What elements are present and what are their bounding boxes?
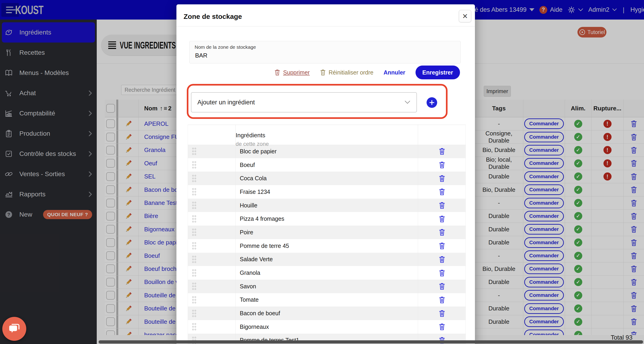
- zone-ingredient-row: Tomate: [188, 293, 466, 307]
- zone-table-body: Bloc de papier: [188, 145, 466, 344]
- zone-ingredient-name: Houille: [236, 202, 257, 209]
- zone-ingredient-row: Boeuf: [188, 158, 466, 172]
- zone-ingredient-row: Fraise 1234: [188, 185, 466, 199]
- zone-ingredient-row: Savon: [188, 280, 466, 293]
- modal-divider: [176, 26, 475, 26]
- zone-ingredient-row: Poire: [188, 226, 466, 239]
- zone-ingredient-name: Pizza 4 fromages: [236, 215, 284, 222]
- modal-close-button[interactable]: ✕: [459, 10, 471, 22]
- delete-zone-button[interactable]: Supprimer: [274, 69, 310, 76]
- drag-handle[interactable]: [188, 307, 236, 320]
- remove-ingredient-button[interactable]: [438, 255, 446, 263]
- remove-ingredient-button[interactable]: [438, 323, 446, 331]
- chat-widget-button[interactable]: [2, 317, 26, 341]
- zone-ingredient-name: Boeuf: [236, 162, 255, 168]
- drag-handle[interactable]: [188, 253, 236, 266]
- zone-ingredient-name: Savon: [236, 283, 256, 290]
- zone-name-field[interactable]: Nom de la zone de stockage: [189, 41, 461, 63]
- chevron-down-icon: [404, 101, 410, 104]
- zone-ingredient-row: Bigorneaux: [188, 320, 466, 334]
- zone-ingredient-row: Pomme de terre 45: [188, 239, 466, 253]
- reset-order-button[interactable]: Réinitialiser ordre: [320, 69, 374, 76]
- zone-ingredient-name: Fraise 1234: [236, 188, 270, 195]
- remove-ingredient-button[interactable]: [438, 147, 446, 155]
- zone-ingredient-row: Granola: [188, 266, 466, 280]
- modal-actions: Supprimer Réinitialiser ordre Annuler En…: [274, 66, 460, 79]
- zone-ingredient-name: Salade Verte: [236, 256, 273, 263]
- remove-ingredient-button[interactable]: [438, 188, 446, 196]
- drag-handle[interactable]: [188, 320, 236, 334]
- save-button[interactable]: Enregistrer: [416, 66, 460, 79]
- zone-ingredient-name: Coca Cola: [236, 175, 267, 182]
- drag-handle[interactable]: [188, 172, 236, 185]
- zone-ingredient-name: Pomme de terre 45: [236, 243, 289, 249]
- storage-zone-modal: Zone de stockage ✕ Nom de la zone de sto…: [176, 4, 475, 344]
- remove-ingredient-button[interactable]: [438, 215, 446, 223]
- trash-icon: [320, 69, 326, 76]
- delete-zone-label: Supprimer: [283, 69, 310, 76]
- drag-handle[interactable]: [188, 226, 236, 239]
- remove-ingredient-button[interactable]: [438, 282, 446, 290]
- drag-handle[interactable]: [188, 293, 236, 307]
- drag-handle[interactable]: [188, 158, 236, 172]
- add-ingredient-plus-button[interactable]: [426, 97, 437, 108]
- close-icon: ✕: [462, 12, 468, 20]
- app-page: KOUST L'été des Abers 13499 ? Aide Admin…: [0, 0, 644, 344]
- drag-handle[interactable]: [188, 266, 236, 280]
- add-ingredient-select[interactable]: Ajouter un ingrédient: [191, 92, 417, 112]
- zone-list-header: Ingrédients: [236, 128, 418, 139]
- drag-handle[interactable]: [188, 145, 236, 158]
- trash-icon: [274, 69, 280, 76]
- highlight-annotation: Ajouter un ingrédient: [187, 84, 448, 119]
- drag-handle[interactable]: [188, 280, 236, 293]
- zone-name-label: Nom de la zone de stockage: [195, 44, 455, 50]
- zone-ingredient-name: Bacon de boeuf: [236, 310, 280, 317]
- remove-ingredient-button[interactable]: [438, 269, 446, 277]
- chat-bubbles-icon: [8, 323, 21, 335]
- zone-ingredient-name: Granola: [236, 270, 260, 276]
- cancel-button[interactable]: Annuler: [384, 69, 405, 76]
- zone-ingredients-table: Ingrédients de cette zone: [188, 125, 466, 344]
- cancel-label: Annuler: [384, 69, 405, 76]
- zone-ingredient-row: Pizza 4 fromages: [188, 212, 466, 226]
- zone-ingredient-row: Bacon de boeuf: [188, 307, 466, 320]
- reset-order-label: Réinitialiser ordre: [329, 69, 374, 76]
- remove-ingredient-button[interactable]: [438, 174, 446, 182]
- remove-ingredient-button[interactable]: [438, 228, 446, 236]
- remove-ingredient-button[interactable]: [438, 310, 446, 317]
- zone-ingredient-row: Salade Verte: [188, 253, 466, 266]
- drag-handle[interactable]: [188, 239, 236, 253]
- drag-handle[interactable]: [188, 199, 236, 212]
- drag-handle[interactable]: [188, 185, 236, 199]
- remove-ingredient-button[interactable]: [438, 161, 446, 169]
- modal-title: Zone de stockage: [184, 13, 242, 20]
- zone-ingredient-row: Bloc de papier: [188, 145, 466, 158]
- remove-ingredient-button[interactable]: [438, 296, 446, 304]
- zone-ingredient-name: Tomate: [236, 296, 259, 303]
- zone-ingredient-name: Bloc de papier: [236, 148, 277, 155]
- zone-ingredient-row: Coca Cola: [188, 172, 466, 185]
- zone-ingredient-row: Houille: [188, 199, 466, 212]
- zone-name-input[interactable]: [195, 52, 455, 59]
- zone-table-header: Ingrédients de cette zone: [188, 125, 466, 145]
- remove-ingredient-button[interactable]: [438, 201, 446, 209]
- zone-ingredient-name: Bigorneaux: [236, 324, 269, 330]
- add-ingredient-placeholder: Ajouter un ingrédient: [198, 99, 255, 106]
- zone-ingredient-name: Poire: [236, 229, 253, 236]
- plus-icon: [429, 100, 435, 106]
- remove-ingredient-button[interactable]: [438, 242, 446, 250]
- drag-handle[interactable]: [188, 212, 236, 226]
- horizontal-scrollbar[interactable]: [98, 340, 643, 344]
